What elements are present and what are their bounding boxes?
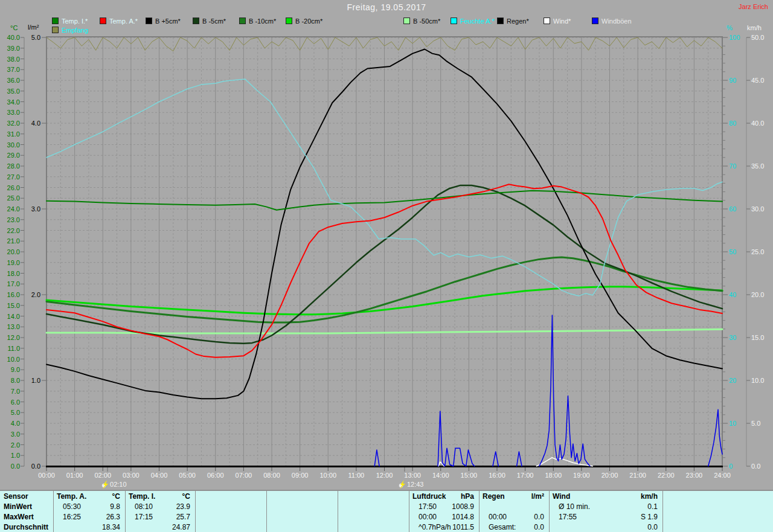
legend-item-b-50cm: B -50cm* — [403, 18, 440, 24]
table-col-unit: km/h — [553, 492, 658, 501]
series-windboeen — [517, 452, 522, 466]
temp-axis-tick-label: 4.0 — [11, 420, 20, 427]
legend-swatch-icon — [592, 18, 598, 24]
temp-axis-tick-label: 20.0 — [7, 248, 20, 255]
legend-label: Temp. A.* — [109, 18, 138, 25]
temp-axis-tick-label: 35.0 — [7, 88, 20, 95]
table-column-divider — [338, 491, 338, 532]
x-axis-tick-label: 07:00 — [236, 472, 252, 479]
legend-label: Wind* — [553, 18, 571, 25]
legend-swatch-icon — [451, 18, 457, 24]
temp-axis-tick-label: 18.0 — [7, 270, 20, 277]
x-axis-tick-label: 20:00 — [601, 472, 618, 479]
x-axis-tick-label: 19:00 — [573, 472, 590, 479]
x-axis-tick-label: 06:00 — [207, 472, 224, 479]
table-col-unit: l/m² — [483, 492, 544, 501]
temp-axis-tick-label: 9.0 — [11, 366, 20, 373]
temp-axis-tick-label: 16.0 — [7, 291, 20, 298]
x-axis-tick-label: 09:00 — [292, 472, 309, 479]
temp-axis-tick-label: 36.0 — [7, 77, 20, 84]
temp-axis-tick-label: 24.0 — [7, 205, 20, 213]
table-row-label: Sensor — [4, 492, 28, 501]
kmh-axis-tick-label: 30.0 — [751, 205, 764, 213]
table-cell-value: 25.7 — [129, 512, 190, 522]
legend-item-wind: Wind* — [544, 18, 571, 24]
weather-chart-window: Freitag, 19.05.2017 Jarz Erich °C l/m² %… — [0, 0, 773, 532]
pct-axis-tick-label: 10 — [729, 420, 736, 427]
table-cell-value: 18.34 — [57, 522, 120, 532]
kmh-axis-tick-label: 50.0 — [751, 34, 764, 41]
table-cell-value: 0.0 — [483, 512, 544, 522]
legend-swatch-icon — [100, 18, 106, 24]
legend-label: Windböen — [601, 18, 632, 25]
temp-axis-tick-label: 25.0 — [7, 194, 20, 202]
series-windboeen — [374, 450, 379, 466]
legend-item-regen: Regen* — [497, 18, 529, 24]
legend-swatch-icon — [52, 18, 59, 24]
legend-item-b-10cm: B -10cm* — [239, 18, 276, 24]
x-axis-tick-label: 24:00 — [714, 472, 731, 479]
kmh-axis-tick-label: 45.0 — [751, 77, 764, 84]
temp-axis-tick-label: 23.0 — [7, 216, 20, 223]
table-cell-value: 26.3 — [57, 512, 120, 522]
x-axis-tick-label: 04:00 — [151, 472, 168, 479]
temp-axis-tick-label: 40.0 — [7, 34, 20, 41]
x-axis-tick-label: 22:00 — [658, 472, 675, 479]
table-col-unit: °C — [57, 492, 120, 501]
table-col-unit: hPa — [412, 492, 474, 501]
x-axis-tick-label: 18:00 — [545, 472, 562, 479]
x-axis-tick-label: 23:00 — [686, 472, 703, 479]
legend-swatch-icon — [286, 18, 292, 24]
series-windboeen — [539, 315, 590, 466]
kmh-axis-tick-label: 25.0 — [751, 248, 764, 255]
legend-label: Temp. I.* — [62, 18, 88, 25]
kmh-axis-tick-label: 40.0 — [751, 120, 764, 127]
temp-axis-tick-label: 6.0 — [11, 399, 20, 406]
legend-label: B -20cm* — [295, 18, 322, 25]
temp-axis-tick-label: 12.0 — [7, 334, 20, 341]
series-windboeen — [493, 452, 498, 466]
table-column-divider — [195, 491, 196, 532]
kmh-axis-tick-label: 5.0 — [751, 420, 760, 427]
temp-axis-tick-label: 29.0 — [7, 152, 20, 159]
series-wind — [536, 458, 592, 466]
legend-item-b-20cm: B -20cm* — [286, 18, 322, 24]
temp-axis-tick-label: 31.0 — [7, 130, 20, 138]
legend-item-windben: Windböen — [592, 18, 632, 24]
temp-axis-tick-label: 34.0 — [7, 98, 20, 106]
legend-swatch-icon — [52, 27, 59, 33]
pct-axis-tick-label: 70 — [729, 162, 736, 170]
x-axis-tick-label: 13:00 — [404, 472, 421, 479]
table-col-unit: °C — [129, 492, 190, 501]
legend-item-tempi: Temp. I.* — [52, 18, 88, 24]
legend-item-tempa: Temp. A.* — [100, 18, 138, 24]
temp-axis-tick-label: 3.0 — [11, 431, 20, 438]
pct-axis-tick-label: 40 — [729, 291, 736, 298]
x-axis-tick-label: 17:00 — [517, 472, 534, 479]
legend-swatch-icon — [146, 18, 152, 24]
temp-axis-tick-label: 39.0 — [7, 45, 20, 52]
temp-axis-tick-label: 33.0 — [7, 109, 20, 116]
table-row-label: MinWert — [4, 502, 32, 511]
table-cell-value: 0.1 — [553, 502, 658, 511]
pct-axis-tick-label: 50 — [729, 248, 736, 255]
table-cell-value: S 1.9 — [553, 512, 658, 522]
kmh-axis-tick-label: 0.0 — [751, 463, 760, 470]
table-cell-value: 1011.5 — [412, 522, 474, 532]
x-axis-tick-label: 21:00 — [629, 472, 646, 479]
temp-axis-tick-label: 14.0 — [7, 313, 20, 320]
legend-item-b+5cm: B +5cm* — [146, 18, 181, 24]
table-cell-value: 0.0 — [483, 522, 544, 532]
temp-axis-tick-label: 28.0 — [7, 162, 20, 170]
temp-axis-tick-label: 32.0 — [7, 120, 20, 127]
legend-label: Feuchte A.* — [460, 18, 495, 25]
temp-axis-tick-label: 7.0 — [11, 388, 20, 395]
kmh-axis-tick-label: 35.0 — [751, 162, 764, 170]
kmh-axis-tick-label: 15.0 — [751, 334, 764, 341]
temp-axis-tick-label: 27.0 — [7, 173, 20, 181]
temp-axis-tick-label: 0.0 — [11, 463, 20, 470]
pct-axis-tick-label: 0 — [729, 463, 733, 470]
rain-axis-tick-label: 0.0 — [31, 463, 40, 470]
temp-axis-tick-label: 21.0 — [7, 237, 20, 245]
legend-item-b-5cm: B -5cm* — [193, 18, 226, 24]
